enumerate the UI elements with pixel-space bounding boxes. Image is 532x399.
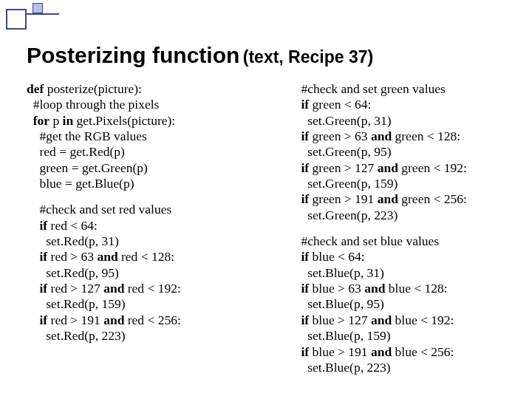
slide-title: Posterizing function (text, Recipe 37) <box>27 43 520 68</box>
left-column: def posterize(picture): #loop through th… <box>27 81 253 386</box>
code-green-block: #check and set green values if green < 6… <box>288 81 514 223</box>
code-def-block: def posterize(picture): #loop through th… <box>27 81 253 191</box>
title-sub: (text, Recipe 37) <box>243 47 373 66</box>
code-blue-block: #check and set blue values if blue < 64:… <box>288 233 514 375</box>
line-icon <box>27 13 59 15</box>
content-columns: def posterize(picture): #loop through th… <box>27 81 514 386</box>
small-square-icon <box>33 3 43 13</box>
square-icon <box>6 9 27 30</box>
slide-decoration <box>0 0 62 35</box>
right-column: #check and set green values if green < 6… <box>288 81 514 386</box>
code-red-block: #check and set red values if red < 64: s… <box>27 202 253 344</box>
title-main: Posterizing function <box>27 43 239 67</box>
